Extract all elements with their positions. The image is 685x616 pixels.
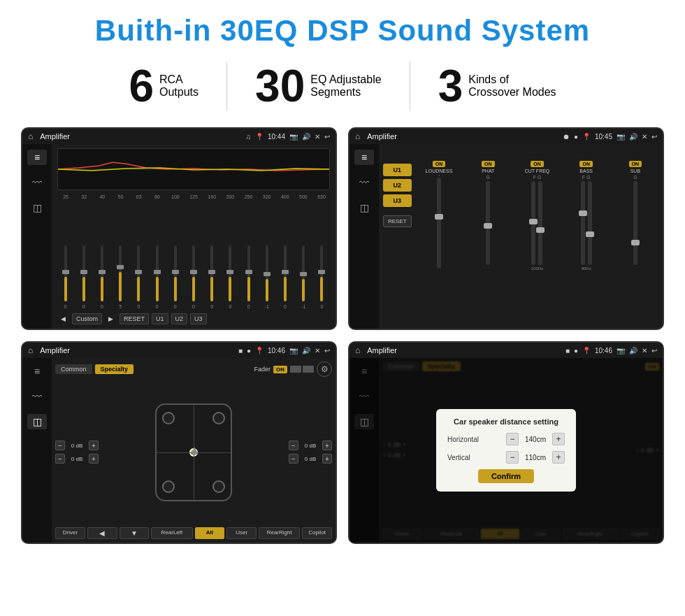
stat-crossover: 3 Kinds of Crossover Modes [410,64,584,108]
title-2: Amplifier [367,132,558,141]
screen-speaker: ⌂ Amplifier ■ ● 📍 10:46 📷 🔊 ✕ ↩ ≡ 〰 ◫ [21,341,337,544]
home-icon-4[interactable]: ⌂ [355,345,360,355]
copilot-btn-3[interactable]: Copilot [302,527,332,539]
ch-cutfreq: ON CUT FREQ FG 100Hz [514,161,560,329]
eq-graph [57,148,330,190]
tab-specialty-3[interactable]: Specialty [95,364,134,374]
confirm-button[interactable]: Confirm [478,469,534,483]
home-icon-2[interactable]: ⌂ [355,131,360,141]
horizontal-plus-btn[interactable]: + [552,433,565,445]
vertical-plus-btn[interactable]: + [552,451,565,464]
distance-dialog: Car speaker distance setting Horizontal … [436,409,576,492]
back-icon-2[interactable]: ↩ [651,133,657,141]
plus-btn-tr[interactable]: + [322,440,332,450]
eq-custom-label: Custom [72,313,102,324]
eq-icon-1[interactable]: ≡ [27,150,47,165]
eq-u2-btn[interactable]: U2 [171,313,188,324]
stat-eq: 30 EQ Adjustable Segments [227,64,410,108]
rearright-btn-3[interactable]: RearRight [259,527,300,539]
minus-btn-tl[interactable]: − [55,440,65,450]
speaker-bottom-3: Driver ◀ ▼ RearLeft All User RearRight C… [55,527,332,539]
sidebar-1: ≡ 〰 ◫ [22,144,52,329]
preset-u3[interactable]: U3 [383,194,412,207]
home-icon-3[interactable]: ⌂ [28,345,33,355]
plus-btn-tl[interactable]: + [89,440,99,450]
eq-slider-13 [296,245,312,301]
eq-slider-11 [259,245,275,301]
wave-icon-2[interactable]: 〰 [354,175,374,190]
stat-rca-number: 6 [129,64,154,108]
eq-slider-14 [314,245,330,301]
preset-u1[interactable]: U1 [383,164,412,176]
rearleft-btn-3[interactable]: RearLeft [151,527,192,539]
music-icon-1: ♫ [245,133,251,141]
dialog-vertical-row: Vertical − 110cm + [447,451,565,464]
ch-phat: ON PHAT G [465,161,511,329]
sidebar-3: ≡ 〰 ◫ [22,358,52,543]
stat-crossover-label: Kinds of Crossover Modes [468,73,556,99]
screen-content-2: ≡ 〰 ◫ U1 U2 U3 RESET ON [349,144,663,329]
eq-freq-labels: 25 32 40 50 63 80 100 125 160 200 250 32… [57,194,330,199]
eq-slider-5 [149,245,165,301]
pin-icon-2: 📍 [582,133,591,141]
wave-icon-1[interactable]: 〰 [27,175,47,190]
all-btn-3[interactable]: All [195,527,225,539]
horizontal-label: Horizontal [447,436,479,443]
eq-slider-9 [222,245,238,301]
time-4: 10:46 [595,347,612,354]
horizontal-minus-btn[interactable]: − [506,433,519,445]
sidebar-2: ≡ 〰 ◫ [349,144,379,329]
page-wrapper: Buith-in 30EQ DSP Sound System 6 RCA Out… [0,0,685,558]
preset-u2[interactable]: U2 [383,179,412,192]
eq-next-btn[interactable]: ▶ [105,314,117,324]
topbar-1: ⌂ Amplifier ♫ 📍 10:44 📷 🔊 ✕ ↩ [22,129,336,144]
dialog-horizontal-row: Horizontal − 140cm + [447,433,565,445]
vertical-control: − 110cm + [506,451,565,464]
screen-distance: ⌂ Amplifier ■ ● 📍 10:46 📷 🔊 ✕ ↩ ≡ 〰 ◫ [348,341,664,544]
eq-prev-btn[interactable]: ◀ [57,314,69,324]
plus-btn-br[interactable]: + [322,454,332,464]
speaker-icon-1[interactable]: ◫ [27,200,47,215]
speaker-icon-2[interactable]: ◫ [354,200,374,215]
nav-down-3[interactable]: ▼ [120,527,150,539]
crossover-reset-btn[interactable]: RESET [383,215,412,227]
driver-btn-3[interactable]: Driver [55,527,85,539]
close-icon-1[interactable]: ✕ [315,133,320,141]
nav-left-3[interactable]: ◀ [87,527,117,539]
cam-icon-2: 📷 [616,133,625,141]
eq-slider-0 [57,245,73,301]
tab-common-3[interactable]: Common [55,364,92,374]
vertical-minus-btn[interactable]: − [506,451,519,464]
settings-icon-3[interactable]: ⚙ [317,361,332,377]
ch-loudness: ON LOUDNESS [416,161,462,329]
eq-u1-btn[interactable]: U1 [152,313,168,324]
eq-sliders [57,202,330,301]
screen-content-4: ≡ 〰 ◫ Common Specialty ON − [349,358,663,543]
eq-slider-10 [240,245,257,301]
home-icon-1[interactable]: ⌂ [28,131,33,141]
eq-slider-2 [94,245,110,301]
close-icon-2[interactable]: ✕ [642,133,647,141]
eq-reset-btn[interactable]: RESET [120,313,149,324]
plus-btn-bl[interactable]: + [89,454,99,464]
ch-bass: ON BASS FG 90Hz [563,161,610,329]
right-controls: − 0 dB + − 0 dB + [289,380,332,524]
cam-icon-1: 📷 [289,133,298,141]
eq-slider-12 [277,245,293,301]
stat-rca-label: RCA Outputs [159,73,199,99]
car-diagram-3: ▶ [103,380,284,524]
time-3: 10:46 [268,347,285,354]
minus-btn-bl[interactable]: − [55,454,65,464]
screens-grid: ⌂ Amplifier ♫ 📍 10:44 📷 🔊 ✕ ↩ ≡ 〰 ◫ [21,127,664,544]
screen-eq: ⌂ Amplifier ♫ 📍 10:44 📷 🔊 ✕ ↩ ≡ 〰 ◫ [21,127,337,330]
stats-row: 6 RCA Outputs 30 EQ Adjustable Segments … [21,62,664,110]
topbar-2: ⌂ Amplifier ⏺ ● 📍 10:45 📷 🔊 ✕ ↩ [349,129,663,144]
title-4: Amplifier [367,346,561,354]
eq-u3-btn[interactable]: U3 [190,313,207,324]
back-icon-1[interactable]: ↩ [324,133,330,141]
minus-btn-tr[interactable]: − [289,440,298,450]
user-btn-3[interactable]: User [226,527,257,539]
eq-icon-2[interactable]: ≡ [354,150,374,165]
vol-icon-2: 🔊 [629,133,637,141]
minus-btn-br[interactable]: − [289,454,298,464]
